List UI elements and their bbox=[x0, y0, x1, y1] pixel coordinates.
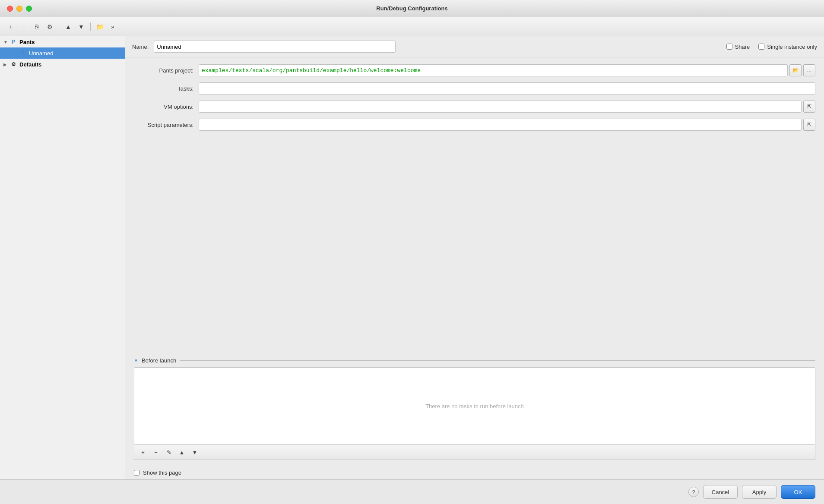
vm-options-input[interactable] bbox=[199, 101, 802, 113]
before-launch-header: ▼ Before launch bbox=[134, 357, 815, 364]
launch-up-icon: ▲ bbox=[179, 449, 185, 456]
name-input[interactable] bbox=[154, 41, 396, 53]
script-parameters-expand-button[interactable]: ⇱ bbox=[803, 119, 815, 131]
unnamed-config-icon: P bbox=[19, 49, 27, 57]
gear-icon: ⚙ bbox=[47, 23, 53, 30]
launch-down-icon: ▼ bbox=[192, 449, 198, 456]
single-instance-checkbox-label[interactable]: Single instance only bbox=[758, 44, 817, 50]
close-button[interactable] bbox=[7, 6, 13, 12]
expand2-icon: ⇱ bbox=[807, 122, 811, 128]
launch-toolbar: + − ✎ ▲ ▼ bbox=[134, 445, 815, 460]
before-launch-box: There are no tasks to run before launch bbox=[134, 367, 815, 445]
launch-remove-icon: − bbox=[154, 449, 158, 456]
vm-options-label: VM options: bbox=[134, 104, 199, 110]
single-instance-checkbox[interactable] bbox=[758, 44, 764, 50]
copy-icon: ⎘ bbox=[35, 23, 38, 30]
more-icon: » bbox=[111, 23, 114, 30]
help-icon: ? bbox=[692, 489, 695, 495]
pants-project-folder-button[interactable]: 📂 bbox=[789, 64, 802, 76]
script-parameters-input[interactable] bbox=[199, 119, 802, 131]
vm-options-expand-button[interactable]: ⇱ bbox=[803, 101, 815, 113]
share-label: Share bbox=[735, 44, 750, 50]
launch-edit-icon: ✎ bbox=[167, 449, 171, 456]
folder-button[interactable]: 📁 bbox=[94, 21, 105, 32]
pants-project-input-wrap: 📂 … bbox=[199, 64, 815, 76]
toolbar-sep-1 bbox=[59, 22, 59, 31]
sidebar-item-defaults[interactable]: ▶ ⚙ Defaults bbox=[0, 59, 125, 70]
name-field-label: Name: bbox=[132, 44, 149, 50]
script-parameters-label: Script parameters: bbox=[134, 122, 199, 128]
pants-project-label: Pants project: bbox=[134, 67, 199, 74]
main-toolbar: + − ⎘ ⚙ ▲ ▼ 📁 » bbox=[0, 17, 824, 36]
right-panel: Name: Share Single instance only Pants p… bbox=[125, 36, 824, 479]
launch-remove-button[interactable]: − bbox=[150, 447, 162, 458]
launch-add-icon: + bbox=[141, 449, 145, 456]
minimize-button[interactable] bbox=[16, 6, 22, 12]
help-button[interactable]: ? bbox=[688, 487, 699, 497]
copy-config-button[interactable]: ⎘ bbox=[31, 21, 42, 32]
cancel-button[interactable]: Cancel bbox=[703, 485, 738, 499]
launch-down-button[interactable]: ▼ bbox=[189, 447, 201, 458]
tasks-input-wrap bbox=[199, 82, 815, 94]
pants-project-row: Pants project: 📂 … bbox=[134, 64, 815, 76]
single-instance-label: Single instance only bbox=[767, 44, 817, 50]
folder-icon: 📁 bbox=[96, 23, 104, 30]
pants-group-icon: P bbox=[10, 38, 17, 46]
maximize-button[interactable] bbox=[26, 6, 32, 12]
show-page-row: Show this page bbox=[125, 466, 824, 479]
window-controls bbox=[7, 6, 32, 12]
config-header: Name: Share Single instance only bbox=[125, 36, 824, 57]
share-area: Share Single instance only bbox=[726, 44, 817, 50]
launch-add-button[interactable]: + bbox=[137, 447, 149, 458]
titlebar: Run/Debug Configurations bbox=[0, 0, 824, 17]
before-launch-arrow[interactable]: ▼ bbox=[134, 358, 138, 363]
expand-icon: ⇱ bbox=[807, 104, 811, 110]
form-area: Pants project: 📂 … Tasks: bbox=[125, 57, 824, 357]
before-launch-title: Before launch bbox=[142, 357, 176, 364]
folder-open-icon: 📂 bbox=[792, 67, 799, 73]
add-icon: + bbox=[9, 23, 13, 30]
show-page-label[interactable]: Show this page bbox=[143, 469, 181, 476]
vm-options-input-wrap: ⇱ bbox=[199, 101, 815, 113]
pants-project-input[interactable] bbox=[199, 64, 788, 76]
move-down-button[interactable]: ▼ bbox=[76, 21, 87, 32]
defaults-group-icon: ⚙ bbox=[10, 60, 17, 68]
launch-up-button[interactable]: ▲ bbox=[176, 447, 188, 458]
bottom-bar: ? Cancel Apply OK bbox=[0, 479, 824, 504]
ellipsis-icon: … bbox=[807, 67, 812, 73]
launch-edit-button[interactable]: ✎ bbox=[163, 447, 175, 458]
settings-button[interactable]: ⚙ bbox=[44, 21, 55, 32]
add-config-button[interactable]: + bbox=[5, 21, 16, 32]
remove-icon: − bbox=[22, 23, 25, 30]
sidebar-item-pants-group[interactable]: ▼ P Pants bbox=[0, 36, 125, 47]
sidebar-item-unnamed[interactable]: P Unnamed bbox=[0, 47, 125, 59]
pants-group-label: Pants bbox=[19, 39, 35, 45]
script-parameters-row: Script parameters: ⇱ bbox=[134, 119, 815, 131]
apply-button[interactable]: Apply bbox=[742, 485, 776, 499]
ok-button[interactable]: OK bbox=[781, 485, 815, 499]
before-launch-section: ▼ Before launch There are no tasks to ru… bbox=[134, 357, 815, 460]
unnamed-label: Unnamed bbox=[29, 50, 53, 57]
sidebar: ▼ P Pants P Unnamed ▶ ⚙ Defaults bbox=[0, 36, 125, 479]
remove-config-button[interactable]: − bbox=[18, 21, 29, 32]
up-arrow-icon: ▲ bbox=[65, 23, 71, 30]
defaults-label: Defaults bbox=[19, 61, 41, 68]
show-page-checkbox[interactable] bbox=[134, 470, 139, 476]
defaults-expand-arrow: ▶ bbox=[3, 62, 10, 67]
section-divider bbox=[180, 360, 815, 361]
tasks-label: Tasks: bbox=[134, 85, 199, 92]
share-checkbox-label[interactable]: Share bbox=[726, 44, 750, 50]
share-checkbox[interactable] bbox=[726, 44, 732, 50]
vm-options-row: VM options: ⇱ bbox=[134, 101, 815, 113]
bottom-actions: Cancel Apply OK bbox=[703, 485, 815, 499]
move-up-button[interactable]: ▲ bbox=[63, 21, 74, 32]
empty-launch-message: There are no tasks to run before launch bbox=[425, 403, 524, 410]
pants-expand-arrow: ▼ bbox=[3, 40, 10, 44]
tasks-input[interactable] bbox=[199, 82, 815, 94]
tasks-row: Tasks: bbox=[134, 82, 815, 94]
more-button[interactable]: » bbox=[107, 21, 118, 32]
pants-project-more-button[interactable]: … bbox=[803, 64, 815, 76]
bottom-left: ? bbox=[688, 487, 699, 497]
main-content: ▼ P Pants P Unnamed ▶ ⚙ Defaults Name: S… bbox=[0, 36, 824, 479]
toolbar-sep-2 bbox=[90, 22, 91, 31]
